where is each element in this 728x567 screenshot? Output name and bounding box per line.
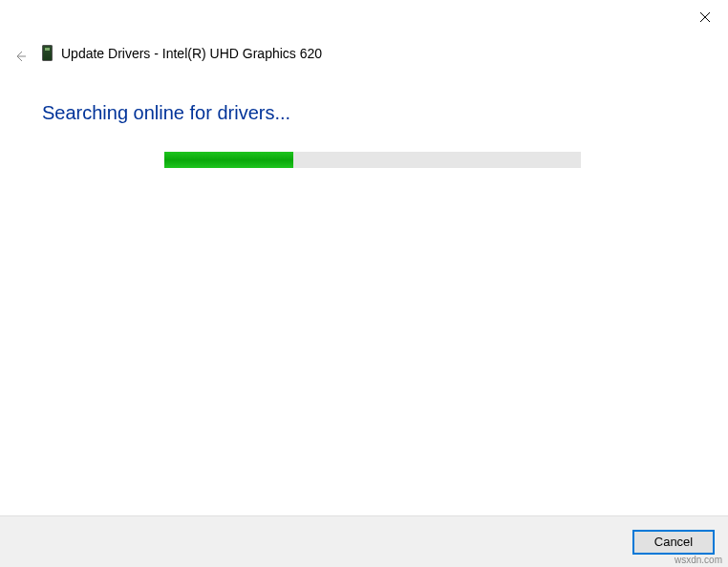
back-button[interactable]	[11, 47, 30, 66]
dialog-title: Update Drivers - Intel(R) UHD Graphics 6…	[61, 46, 322, 61]
progress-fill	[164, 152, 293, 168]
progress-bar	[164, 152, 581, 168]
close-button[interactable]	[696, 8, 715, 27]
device-icon	[42, 45, 53, 61]
watermark: wsxdn.com	[674, 555, 722, 565]
status-message: Searching online for drivers...	[42, 102, 290, 124]
cancel-button[interactable]: Cancel	[632, 530, 715, 555]
dialog-header: Update Drivers - Intel(R) UHD Graphics 6…	[42, 45, 322, 61]
back-arrow-icon	[13, 50, 27, 63]
close-icon	[699, 11, 711, 23]
dialog-footer: Cancel	[0, 515, 728, 567]
